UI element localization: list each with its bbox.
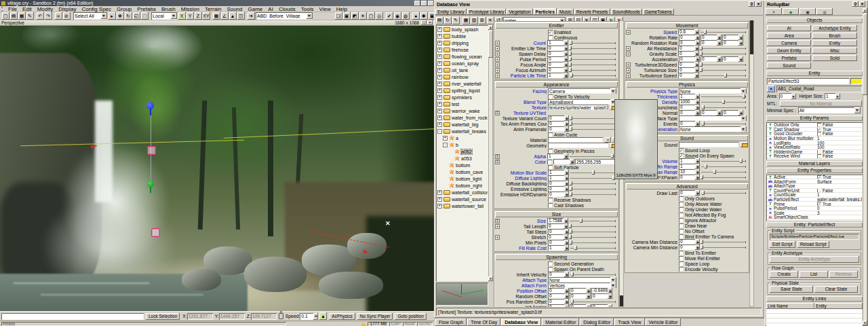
param-value-field[interactable]: 0 bbox=[547, 234, 564, 240]
slider-thumb[interactable] bbox=[700, 62, 703, 67]
tree-item-bottom-light[interactable]: bottom_light bbox=[437, 175, 488, 182]
editor-tab-flow-graph[interactable]: Flow Graph bbox=[435, 319, 467, 326]
checkbox[interactable] bbox=[679, 267, 684, 272]
tree-scrollbar[interactable]: ▲ ▼ bbox=[488, 25, 493, 281]
tree-item-flowing-ocean[interactable]: +flowing_ocean bbox=[437, 53, 488, 60]
param-value-field[interactable]: 0 bbox=[722, 110, 738, 115]
param-slider[interactable] bbox=[570, 115, 616, 121]
param-slider[interactable] bbox=[570, 218, 616, 223]
param-value-field[interactable]: 0 bbox=[679, 190, 695, 196]
window-control-minimize[interactable]: _ bbox=[414, 1, 420, 6]
param-spinner[interactable] bbox=[564, 293, 569, 299]
checkbox[interactable]: ✓ bbox=[679, 153, 684, 158]
param-spinner[interactable] bbox=[694, 62, 699, 67]
param-value-field[interactable]: 0 bbox=[570, 304, 586, 307]
property-row-countperunit[interactable]: TCountPerUnitFalse bbox=[767, 189, 862, 194]
param-value-field[interactable]: 0 bbox=[547, 223, 564, 229]
lock-selection-button[interactable]: Lock Selection bbox=[146, 313, 180, 320]
archetype-icon[interactable]: ✦ bbox=[767, 86, 775, 92]
param-value-field[interactable]: 0 bbox=[701, 35, 717, 40]
x-coordinate-field[interactable]: 1291.877 bbox=[187, 313, 213, 320]
red-flag[interactable] bbox=[91, 145, 98, 149]
checkbox[interactable] bbox=[679, 202, 684, 206]
goto-position-button[interactable]: Goto position bbox=[395, 313, 426, 320]
tree-item-watertower-fall[interactable]: +watertower_fall bbox=[437, 202, 488, 209]
param-value-field[interactable]: 1 bbox=[679, 94, 695, 99]
close-icon[interactable]: ✕ bbox=[755, 1, 762, 7]
param-combo[interactable] bbox=[679, 115, 747, 121]
menu-display[interactable]: Display bbox=[56, 6, 79, 12]
param-value-field[interactable]: 0 bbox=[679, 40, 695, 46]
checkbox[interactable] bbox=[679, 207, 684, 212]
param-spinner[interactable] bbox=[695, 56, 700, 62]
param-spinner[interactable] bbox=[694, 67, 699, 73]
helper-size-spinner[interactable] bbox=[835, 94, 840, 99]
param-spinner[interactable] bbox=[564, 67, 568, 73]
layers-tab-icon[interactable]: ◍ bbox=[816, 8, 833, 15]
tree-item-rainbow[interactable]: +rainbow bbox=[437, 73, 488, 80]
expand-icon[interactable]: + bbox=[437, 41, 442, 46]
param-combo[interactable]: None bbox=[548, 277, 616, 283]
param-spinner[interactable] bbox=[564, 234, 568, 240]
object-button-ai[interactable]: AI bbox=[767, 25, 811, 31]
slider-thumb[interactable] bbox=[724, 73, 727, 77]
expand-icon[interactable]: + bbox=[437, 197, 442, 202]
tree-item-spilling-liquid[interactable]: +spilling_liquid bbox=[437, 87, 488, 94]
slider-thumb[interactable] bbox=[569, 62, 572, 67]
menu-tools[interactable]: Tools bbox=[298, 6, 317, 12]
param-spinner[interactable] bbox=[608, 293, 612, 299]
object-button-camera[interactable]: Camera bbox=[767, 40, 811, 46]
param-value-field[interactable]: 0 bbox=[678, 73, 694, 78]
param-value-field[interactable]: 0.6 bbox=[678, 29, 694, 35]
param-slider[interactable] bbox=[570, 153, 616, 159]
param-slider[interactable] bbox=[570, 299, 616, 304]
open-icon[interactable]: ▤ bbox=[10, 12, 18, 20]
checkbox[interactable] bbox=[679, 229, 684, 234]
slider-thumb[interactable] bbox=[700, 68, 703, 72]
z-coordinate-field[interactable]: 109.7127 bbox=[251, 313, 277, 320]
object-button-entity[interactable]: Entity bbox=[812, 40, 856, 46]
param-spinner[interactable] bbox=[564, 62, 568, 67]
param-value-field[interactable]: 0 bbox=[548, 115, 564, 121]
window-control-maximize[interactable]: □ bbox=[421, 1, 427, 6]
slider-thumb[interactable] bbox=[740, 159, 743, 163]
param-slider[interactable] bbox=[570, 56, 616, 62]
move-icon[interactable]: ✥ bbox=[117, 12, 124, 20]
terrain-snap-icon[interactable]: ▲ bbox=[319, 312, 327, 320]
axis-x-button[interactable]: X bbox=[178, 12, 186, 20]
checkbox[interactable] bbox=[679, 196, 684, 201]
property-checkbox[interactable] bbox=[817, 132, 821, 136]
viewport-maximize-icon[interactable]: □ bbox=[421, 20, 427, 25]
menu-clouds[interactable]: Clouds bbox=[276, 6, 298, 12]
param-slider[interactable] bbox=[570, 73, 616, 78]
property-row-countscale[interactable]: nCountScale1 bbox=[767, 193, 862, 198]
tab-music[interactable]: Music bbox=[557, 9, 574, 15]
slider-thumb[interactable] bbox=[701, 240, 703, 244]
entity-name-field[interactable] bbox=[767, 78, 849, 84]
expand-param-icon[interactable]: + bbox=[495, 52, 500, 56]
collapse-icon[interactable]: - bbox=[443, 143, 448, 147]
checkbox[interactable] bbox=[679, 234, 684, 239]
expand-icon[interactable]: + bbox=[443, 136, 448, 141]
param-slider[interactable] bbox=[570, 245, 616, 251]
param-value-field[interactable]: 0 bbox=[701, 56, 717, 62]
window-control-close[interactable]: × bbox=[428, 1, 434, 6]
param-slider[interactable] bbox=[570, 240, 616, 245]
snap-grid-icon[interactable]: ▦ bbox=[213, 12, 220, 20]
area-field[interactable]: 0 bbox=[779, 93, 791, 99]
param-value-field[interactable]: 1 bbox=[548, 175, 564, 181]
slider-thumb[interactable] bbox=[569, 68, 572, 72]
entity-links-header[interactable]: Entity Links bbox=[766, 296, 863, 302]
param-value-field[interactable]: 0 bbox=[548, 288, 564, 293]
param-spinner[interactable] bbox=[695, 190, 700, 196]
param-spinner[interactable] bbox=[570, 159, 574, 164]
menu-view[interactable]: View bbox=[316, 6, 333, 12]
param-slider[interactable] bbox=[570, 46, 616, 51]
goto-level-icon[interactable]: ➔ bbox=[248, 12, 255, 20]
param-slider[interactable] bbox=[570, 192, 616, 197]
param-value-field[interactable]: 0 bbox=[679, 175, 695, 180]
param-slider[interactable] bbox=[570, 272, 616, 277]
slider-thumb[interactable] bbox=[569, 46, 572, 50]
param-slider[interactable] bbox=[570, 186, 616, 192]
param-spinner[interactable] bbox=[694, 46, 699, 51]
